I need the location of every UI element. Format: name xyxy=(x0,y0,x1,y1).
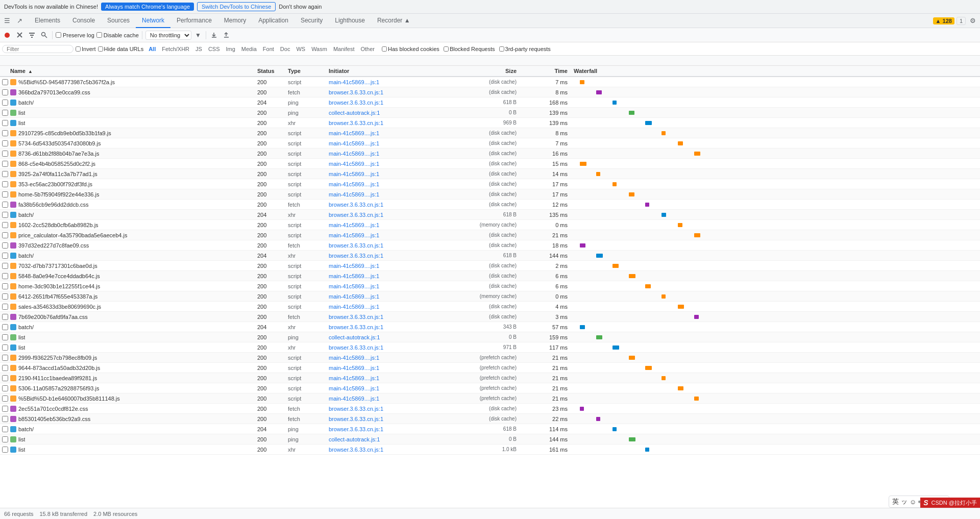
has-blocked-cookies-input[interactable] xyxy=(382,46,387,52)
row-checkbox[interactable] xyxy=(2,314,8,320)
filter-tab-manifest[interactable]: Manifest xyxy=(330,45,358,53)
row-checkbox[interactable] xyxy=(2,161,8,167)
import-icon[interactable] xyxy=(209,30,219,40)
table-row[interactable]: 5848-8a0e94e7cce4ddadb64c.js 200 script … xyxy=(0,271,980,281)
filter-tab-all[interactable]: All xyxy=(145,45,159,53)
table-row[interactable]: b85301405eb536bc92a9.css 200 fetch brows… xyxy=(0,414,980,424)
switch-chinese-button[interactable]: Switch DevTools to Chinese xyxy=(197,2,276,11)
row-initiator-cell[interactable]: main-41c5869....js:1 xyxy=(327,151,454,157)
row-checkbox[interactable] xyxy=(2,110,8,116)
disable-cache-input[interactable] xyxy=(96,32,102,38)
tab-elements[interactable]: Elements xyxy=(29,14,66,28)
tab-memory[interactable]: Memory xyxy=(218,14,252,28)
table-row[interactable]: 397d32ed227d7c8fae09.css 200 fetch brows… xyxy=(0,240,980,251)
table-row[interactable]: 2190-f411cc1baedea89f9281.js 200 script … xyxy=(0,373,980,383)
row-checkbox[interactable] xyxy=(2,436,8,442)
row-checkbox[interactable] xyxy=(2,375,8,381)
tab-application[interactable]: Application xyxy=(252,14,295,28)
row-checkbox[interactable] xyxy=(2,222,8,228)
table-row[interactable]: sales-a354633d3be80699690c.js 200 script… xyxy=(0,302,980,312)
search-button[interactable] xyxy=(39,30,49,40)
row-initiator-cell[interactable]: browser.3.6.33.cn.js:1 xyxy=(327,416,454,422)
row-initiator-cell[interactable]: browser.3.6.33.cn.js:1 xyxy=(327,314,454,320)
row-initiator-cell[interactable]: main-41c5869....js:1 xyxy=(327,181,454,187)
row-checkbox[interactable] xyxy=(2,120,8,126)
tab-sources[interactable]: Sources xyxy=(101,14,136,28)
row-initiator-cell[interactable]: main-41c5869....js:1 xyxy=(327,396,454,402)
filter-tab-font[interactable]: Font xyxy=(260,45,277,53)
row-initiator-cell[interactable]: main-41c5869....js:1 xyxy=(327,385,454,391)
col-header-time[interactable]: Time xyxy=(521,68,572,74)
row-checkbox[interactable] xyxy=(2,232,8,238)
table-row[interactable]: home-5b7f59049f922e44e336.js 200 script … xyxy=(0,189,980,200)
row-initiator-cell[interactable]: browser.3.6.33.cn.js:1 xyxy=(327,120,454,126)
preserve-log-checkbox[interactable]: Preserve log xyxy=(56,32,94,38)
disable-cache-checkbox[interactable]: Disable cache xyxy=(96,32,139,38)
row-initiator-cell[interactable]: browser.3.6.33.cn.js:1 xyxy=(327,447,454,453)
table-row[interactable]: fa38b56cb9e96dd2ddcb.css 200 fetch brows… xyxy=(0,200,980,210)
table-row[interactable]: 366bd2a797013e0cca99.css 200 fetch brows… xyxy=(0,87,980,97)
filter-tab-doc[interactable]: Doc xyxy=(277,45,293,53)
third-party-checkbox[interactable]: 3rd-party requests xyxy=(499,46,551,52)
settings-gear-icon[interactable]: ⚙ xyxy=(968,16,978,26)
table-row[interactable]: 29107295-c85cdb9eb0d5b33b1fa9.js 200 scr… xyxy=(0,128,980,138)
row-initiator-cell[interactable]: main-41c5869....js:1 xyxy=(327,293,454,300)
clear-button[interactable] xyxy=(14,30,24,40)
row-initiator-cell[interactable]: collect-autotrack.js:1 xyxy=(327,110,454,116)
record-button[interactable] xyxy=(2,30,12,40)
filter-tab-js[interactable]: JS xyxy=(192,45,205,53)
row-checkbox[interactable] xyxy=(2,406,8,412)
row-checkbox[interactable] xyxy=(2,89,8,95)
row-initiator-cell[interactable]: browser.3.6.33.cn.js:1 xyxy=(327,212,454,218)
match-language-button[interactable]: Always match Chrome's language xyxy=(101,3,194,11)
tab-network[interactable]: Network xyxy=(136,14,170,28)
third-party-input[interactable] xyxy=(499,46,504,52)
row-initiator-cell[interactable]: main-41c5869....js:1 xyxy=(327,273,454,279)
table-row[interactable]: 7032-d7bb73717301c6bae0d.js 200 script m… xyxy=(0,261,980,271)
table-row[interactable]: list 200 ping collect-autotrack.js:1 0 B… xyxy=(0,434,980,444)
row-checkbox[interactable] xyxy=(2,181,8,187)
row-initiator-cell[interactable]: browser.3.6.33.cn.js:1 xyxy=(327,406,454,412)
tab-recorder[interactable]: Recorder ▲ xyxy=(371,14,416,28)
row-initiator-cell[interactable]: main-41c5869....js:1 xyxy=(327,161,454,167)
table-row[interactable]: 8736-d61bb2f88b04b7ae7e3a.js 200 script … xyxy=(0,149,980,159)
table-row[interactable]: list 200 xhr browser.3.6.33.cn.js:1 971 … xyxy=(0,342,980,353)
row-initiator-cell[interactable]: main-41c5869....js:1 xyxy=(327,375,454,381)
table-row[interactable]: 6412-2651fb47f655e453387a.js 200 script … xyxy=(0,291,980,302)
row-initiator-cell[interactable]: browser.3.6.33.cn.js:1 xyxy=(327,89,454,95)
row-checkbox[interactable] xyxy=(2,334,8,340)
filter-input[interactable] xyxy=(2,45,74,53)
row-checkbox[interactable] xyxy=(2,100,8,106)
dont-show-button[interactable]: Don't show again xyxy=(279,4,322,10)
filter-tab-ws[interactable]: WS xyxy=(293,45,308,53)
row-checkbox[interactable] xyxy=(2,273,8,279)
row-checkbox[interactable] xyxy=(2,140,8,146)
row-initiator-cell[interactable]: browser.3.6.33.cn.js:1 xyxy=(327,202,454,208)
throttle-arrow-icon[interactable]: ▼ xyxy=(193,31,203,40)
table-row[interactable]: %5Bid%5D-94548773987c5b367f2a.js 200 scr… xyxy=(0,77,980,87)
table-row[interactable]: 5306-11a05857a29288756f93.js 200 script … xyxy=(0,383,980,393)
row-checkbox[interactable] xyxy=(2,130,8,136)
filter-tab-wasm[interactable]: Wasm xyxy=(308,45,330,53)
row-initiator-cell[interactable]: browser.3.6.33.cn.js:1 xyxy=(327,426,454,432)
row-checkbox[interactable] xyxy=(2,191,8,197)
table-row[interactable]: 1602-2cc528db0cfb6ab8982b.js 200 script … xyxy=(0,220,980,230)
table-row[interactable]: list 200 xhr browser.3.6.33.cn.js:1 1.0 … xyxy=(0,444,980,455)
row-initiator-cell[interactable]: main-41c5869....js:1 xyxy=(327,263,454,269)
table-row[interactable]: 3925-2a74f0fa11c3a7b77ad1.js 200 script … xyxy=(0,169,980,179)
row-initiator-cell[interactable]: collect-autotrack.js:1 xyxy=(327,334,454,340)
table-row[interactable]: batch/ 204 xhr browser.3.6.33.cn.js:1 61… xyxy=(0,210,980,220)
table-row[interactable]: %5Bid%5D-b1e6460007bd35b811148.js 200 sc… xyxy=(0,393,980,404)
row-checkbox[interactable] xyxy=(2,242,8,249)
table-row[interactable]: 7b69e200b76afd9fa7aa.css 200 fetch brows… xyxy=(0,312,980,322)
blocked-requests-checkbox[interactable]: Blocked Requests xyxy=(444,46,495,52)
col-header-size[interactable]: Size xyxy=(454,68,521,74)
throttle-select[interactable]: No throttling Fast 3G Slow 3G Offline xyxy=(145,31,191,40)
row-initiator-cell[interactable]: main-41c5869....js:1 xyxy=(327,79,454,85)
col-header-status[interactable]: Status xyxy=(255,68,286,74)
row-initiator-cell[interactable]: main-41c5869....js:1 xyxy=(327,191,454,197)
row-initiator-cell[interactable]: browser.3.6.33.cn.js:1 xyxy=(327,100,454,106)
export-icon[interactable] xyxy=(222,30,232,40)
row-checkbox[interactable] xyxy=(2,283,8,289)
table-row[interactable]: 9644-873accd1a50adb32d20b.js 200 script … xyxy=(0,363,980,373)
